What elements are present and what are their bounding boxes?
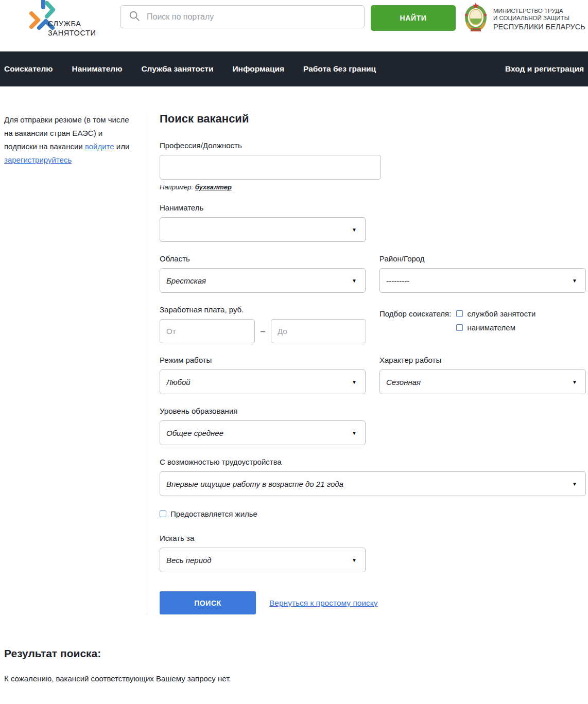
ministry-line2: И СОЦИАЛЬНОЙ ЗАЩИТЫ xyxy=(493,14,585,22)
region-label: Область xyxy=(160,254,366,263)
chevron-down-icon: ▼ xyxy=(572,379,577,385)
district-select[interactable]: --------- ▼ xyxy=(379,268,586,293)
checkbox-row-employer[interactable]: нанимателем xyxy=(456,323,535,332)
sidebar-text-or: или xyxy=(114,142,130,151)
employability-label: С возможностью трудоустройства xyxy=(160,457,586,466)
chevron-down-icon: ▼ xyxy=(352,557,357,563)
ministry-line3: РЕСПУБЛИКИ БЕЛАРУСЬ xyxy=(493,23,585,31)
chevron-down-icon: ▼ xyxy=(572,278,577,284)
page-header: СЛУЖБА ЗАНЯТОСТИ НАЙТИ xyxy=(0,0,588,51)
employment-service-label: службой занятости xyxy=(467,309,535,318)
hint-example-link[interactable]: бухгалтер xyxy=(195,183,232,191)
nav-item-informaciya[interactable]: Информация xyxy=(232,64,284,74)
employer-label: Наниматель xyxy=(160,203,586,212)
sidebar-note: Для отправки резюме (в том числе на вака… xyxy=(0,112,147,614)
chevron-down-icon: ▼ xyxy=(352,227,357,233)
nav-item-sluzhba-zanyatosti[interactable]: Служба занятости xyxy=(141,64,213,74)
profession-group: Профессия/Должность Например: бухгалтер xyxy=(160,141,586,191)
nav-login-register[interactable]: Вход и регистрация xyxy=(505,64,584,74)
nav-item-soiskatelyu[interactable]: Соискателю xyxy=(4,64,53,74)
employability-select[interactable]: Впервые ищущие работу в возрасте до 21 г… xyxy=(160,471,586,496)
housing-checkbox-row[interactable]: Предоставляется жилье xyxy=(160,509,586,518)
ministry-block: МИНИСТЕРСТВО ТРУДА И СОЦИАЛЬНОЙ ЗАЩИТЫ Р… xyxy=(464,2,585,34)
logo-line1: СЛУЖБА xyxy=(48,19,96,28)
submit-row: ПОИСК Вернуться к простому поиску xyxy=(160,591,586,614)
nav-item-nanimatelyu[interactable]: Нанимателю xyxy=(72,64,122,74)
search-results-section: Результат поиска: К сожалению, вакансий … xyxy=(0,647,588,683)
salary-dash: – xyxy=(261,327,265,336)
profession-label: Профессия/Должность xyxy=(160,141,586,150)
housing-checkbox[interactable] xyxy=(160,511,166,517)
page-title: Поиск вакансий xyxy=(160,112,586,126)
ministry-title: МИНИСТЕРСТВО ТРУДА И СОЦИАЛЬНОЙ ЗАЩИТЫ Р… xyxy=(493,5,585,31)
chevron-down-icon: ▼ xyxy=(352,379,357,385)
results-title: Результат поиска: xyxy=(4,647,588,660)
district-group: Район/Город --------- ▼ xyxy=(379,254,586,293)
results-message: К сожалению, вакансий соответствующих Ва… xyxy=(4,674,588,683)
period-group: Искать за Весь период ▼ xyxy=(160,534,586,572)
chevron-down-icon: ▼ xyxy=(572,481,577,487)
checkbox-row-employment-service[interactable]: службой занятости xyxy=(456,309,535,318)
work-mode-label: Режим работы xyxy=(160,356,366,364)
employer-group: Наниматель ▼ xyxy=(160,203,586,242)
region-select[interactable]: Брестская ▼ xyxy=(160,268,366,293)
portal-search-box xyxy=(120,5,365,28)
education-select[interactable]: Общее среднее ▼ xyxy=(160,420,366,445)
education-label: Уровень образования xyxy=(160,407,586,415)
coat-of-arms-icon xyxy=(464,2,488,34)
employability-value: Впервые ищущие работу в возрасте до 21 г… xyxy=(166,480,343,488)
workmode-row: Режим работы Любой ▼ Характер работы Сез… xyxy=(160,356,586,394)
employer-checkbox-label: нанимателем xyxy=(467,323,515,332)
hint-prefix: Например: xyxy=(160,183,195,191)
candidate-selection-group: Подбор соискателя: службой занятости нан… xyxy=(379,305,586,343)
work-nature-value: Сезонная xyxy=(386,378,421,386)
salary-group: Заработная плата, руб. – xyxy=(160,305,366,343)
period-value: Весь период xyxy=(166,556,212,565)
work-nature-group: Характер работы Сезонная ▼ xyxy=(379,356,586,394)
nav-item-rabota-bez-granic[interactable]: Работа без границ xyxy=(303,64,376,74)
district-label: Район/Город xyxy=(379,254,586,263)
region-group: Область Брестская ▼ xyxy=(160,254,366,293)
region-district-row: Область Брестская ▼ Район/Город --------… xyxy=(160,254,586,293)
work-mode-value: Любой xyxy=(166,378,191,386)
period-label: Искать за xyxy=(160,534,586,542)
logo-wordmark[interactable]: СЛУЖБА ЗАНЯТОСТИ xyxy=(48,19,96,38)
main-nav: Соискателю Нанимателю Служба занятости И… xyxy=(0,51,588,86)
salary-label: Заработная плата, руб. xyxy=(160,305,366,314)
period-select[interactable]: Весь период ▼ xyxy=(160,548,366,572)
employment-service-checkbox[interactable] xyxy=(456,310,463,317)
content-layout: Для отправки резюме (в том числе на вака… xyxy=(0,86,588,614)
vertical-divider xyxy=(147,112,147,614)
find-button[interactable]: НАЙТИ xyxy=(371,5,456,31)
chevron-down-icon: ▼ xyxy=(352,278,357,284)
employer-checkbox[interactable] xyxy=(456,324,463,331)
login-link[interactable]: войдите xyxy=(85,142,114,151)
profession-input[interactable] xyxy=(160,155,381,180)
work-mode-group: Режим работы Любой ▼ xyxy=(160,356,366,394)
education-value: Общее среднее xyxy=(166,429,223,437)
chevron-down-icon: ▼ xyxy=(352,430,357,436)
register-link[interactable]: зарегистрируйтесь xyxy=(4,155,72,164)
education-group: Уровень образования Общее среднее ▼ xyxy=(160,407,586,445)
search-icon xyxy=(129,10,140,24)
ministry-line1: МИНИСТЕРСТВО ТРУДА xyxy=(493,7,585,14)
employer-select[interactable]: ▼ xyxy=(160,217,366,242)
work-nature-select[interactable]: Сезонная ▼ xyxy=(379,369,586,394)
search-submit-button[interactable]: ПОИСК xyxy=(160,591,256,614)
salary-selection-row: Заработная плата, руб. – Подбор соискате… xyxy=(160,305,586,343)
simple-search-link[interactable]: Вернуться к простому поиску xyxy=(269,599,378,608)
employability-group: С возможностью трудоустройства Впервые и… xyxy=(160,457,586,496)
logo-line2: ЗАНЯТОСТИ xyxy=(48,28,96,38)
portal-search-input[interactable] xyxy=(147,12,364,22)
district-value: --------- xyxy=(386,276,409,285)
vacancy-search-form: Поиск вакансий Профессия/Должность Напри… xyxy=(160,112,586,614)
salary-to-input[interactable] xyxy=(271,319,366,343)
housing-label: Предоставляется жилье xyxy=(170,509,257,518)
selection-label: Подбор соискателя: xyxy=(379,309,451,343)
work-mode-select[interactable]: Любой ▼ xyxy=(160,369,366,394)
profession-hint: Например: бухгалтер xyxy=(160,183,586,191)
region-value: Брестская xyxy=(166,276,206,285)
salary-from-input[interactable] xyxy=(160,319,255,343)
work-nature-label: Характер работы xyxy=(379,356,586,364)
